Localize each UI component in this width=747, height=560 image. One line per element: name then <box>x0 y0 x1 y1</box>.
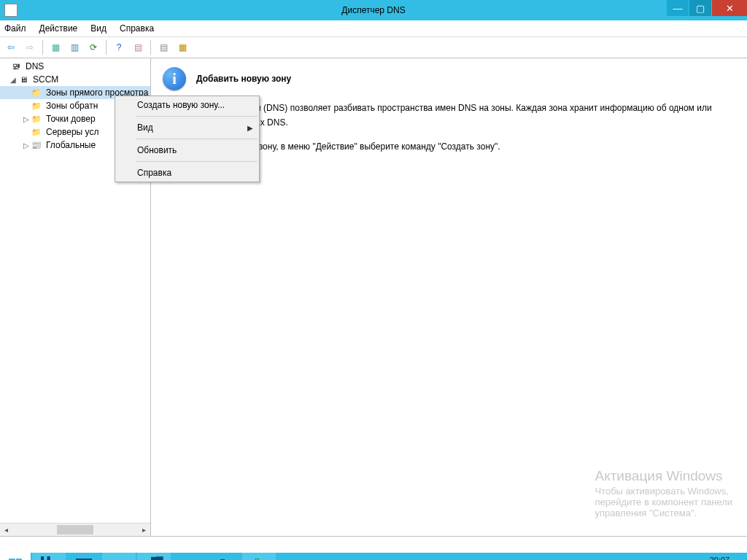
ctx-view[interactable]: Вид ▶ <box>115 119 259 136</box>
folder-icon: 📁 <box>31 114 42 124</box>
ctx-label: Вид <box>137 122 153 133</box>
content-heading: Добавить новую зону <box>196 74 291 84</box>
ctx-separator <box>136 161 258 162</box>
toolbar-separator <box>42 40 43 55</box>
task-dns-manager[interactable]: 🖧 <box>242 553 276 560</box>
log-icon: 📰 <box>31 140 42 150</box>
menu-action[interactable]: Действие <box>39 23 78 34</box>
maximize-button[interactable]: ▢ <box>689 0 711 16</box>
tool-button[interactable]: ▤ <box>130 39 146 55</box>
tree-label: Глобальные <box>44 140 97 150</box>
horizontal-scrollbar[interactable]: ◂ ▸ <box>0 523 150 536</box>
watermark-line: перейдите в компонент панели <box>595 497 732 508</box>
window-title: Диспетчер DNS <box>0 5 747 15</box>
ctx-help[interactable]: Справка <box>115 164 259 182</box>
minimize-button[interactable]: — <box>667 0 689 16</box>
scroll-left-icon[interactable]: ◂ <box>0 524 12 536</box>
ctx-create-zone[interactable]: Создать новую зону... <box>115 96 259 114</box>
watermark-line: управления "Система". <box>595 508 732 518</box>
tree-server[interactable]: ◢ 🖥 SCCM <box>0 73 150 86</box>
expand-icon[interactable]: ▷ <box>22 141 31 149</box>
tool-list-button[interactable]: ▤ <box>155 39 171 55</box>
activation-watermark: Активация Windows Чтобы активировать Win… <box>595 468 732 518</box>
folder-icon: 📁 <box>31 127 42 137</box>
menu-bar: Файл Действие Вид Справка <box>0 20 747 37</box>
ctx-label: Справка <box>137 168 171 178</box>
folder-icon: 📁 <box>31 101 42 111</box>
toolbar: ⇦ ⇨ ▦ ▥ ⟳ ? ▤ ▤ ▦ <box>0 37 747 58</box>
window-controls: — ▢ ✕ <box>666 0 747 16</box>
context-menu: Создать новую зону... Вид ▶ Обновить Спр… <box>115 96 260 182</box>
menu-file[interactable]: Файл <box>4 23 26 34</box>
info-icon: i <box>163 67 186 90</box>
status-bar <box>0 536 747 553</box>
tray-time: 20:07 <box>700 556 740 560</box>
task-powershell[interactable]: >_ <box>67 553 101 560</box>
task-app1[interactable]: ▐▋ <box>137 553 171 560</box>
tree-label: Точки довер <box>44 114 97 124</box>
watermark-title: Активация Windows <box>595 468 732 484</box>
menu-view[interactable]: Вид <box>90 23 107 34</box>
task-app3[interactable]: 🖧 <box>207 553 241 560</box>
show-hide-button[interactable]: ▥ <box>66 39 82 55</box>
tree-label: Зоны обратн <box>44 101 99 111</box>
task-app2[interactable]: 🖥 <box>172 553 206 560</box>
forward-button[interactable]: ⇨ <box>22 39 38 55</box>
system-tray: ▴ ⚑ 🖷 🔈 ENG 20:07 09.11.2014 <box>609 553 743 560</box>
ctx-separator <box>136 139 258 139</box>
tree-root-dns[interactable]: 🖳 DNS <box>0 60 150 73</box>
scroll-thumb[interactable] <box>57 525 93 534</box>
ctx-label: Обновить <box>137 145 177 155</box>
toolbar-separator <box>106 40 107 55</box>
tool-filter-button[interactable]: ▦ <box>174 39 190 55</box>
toolbar-separator <box>150 40 151 55</box>
refresh-button[interactable]: ⟳ <box>85 39 101 55</box>
expand-icon[interactable]: ▷ <box>22 115 31 123</box>
collapse-icon[interactable]: ◢ <box>9 76 18 84</box>
add-button[interactable]: ▦ <box>47 39 63 55</box>
tray-clock[interactable]: 20:07 09.11.2014 <box>700 556 740 560</box>
scroll-right-icon[interactable]: ▸ <box>138 524 150 536</box>
ctx-label: Создать новую зону... <box>137 100 225 110</box>
chevron-right-icon: ▶ <box>247 124 253 132</box>
title-bar: Диспетчер DNS — ▢ ✕ <box>0 0 747 20</box>
tree-label: DNS <box>24 61 45 71</box>
start-button[interactable] <box>0 553 31 560</box>
server-icon: 🖥 <box>18 74 29 85</box>
watermark-line: Чтобы активировать Windows, <box>595 486 732 497</box>
content-header: i Добавить новую зону <box>163 67 735 90</box>
help-button[interactable]: ? <box>111 39 127 55</box>
tree-label: SCCM <box>31 74 60 85</box>
menu-help[interactable]: Справка <box>120 23 154 34</box>
folder-icon: 📁 <box>31 88 42 98</box>
close-button[interactable]: ✕ <box>712 0 747 16</box>
task-explorer[interactable]: 📁 <box>102 553 136 560</box>
taskbar: ▌▌ >_ 📁 ▐▋ 🖥 🖧 🖧 ▴ ⚑ 🖷 🔈 ENG 20:07 09.11… <box>0 553 747 560</box>
dns-icon: 🖳 <box>10 61 22 71</box>
ctx-refresh[interactable]: Обновить <box>115 141 259 159</box>
back-button[interactable]: ⇦ <box>3 39 19 55</box>
ctx-separator <box>136 116 258 117</box>
task-server-manager[interactable]: ▌▌ <box>32 553 66 560</box>
tree-label: Серверы усл <box>44 127 100 137</box>
